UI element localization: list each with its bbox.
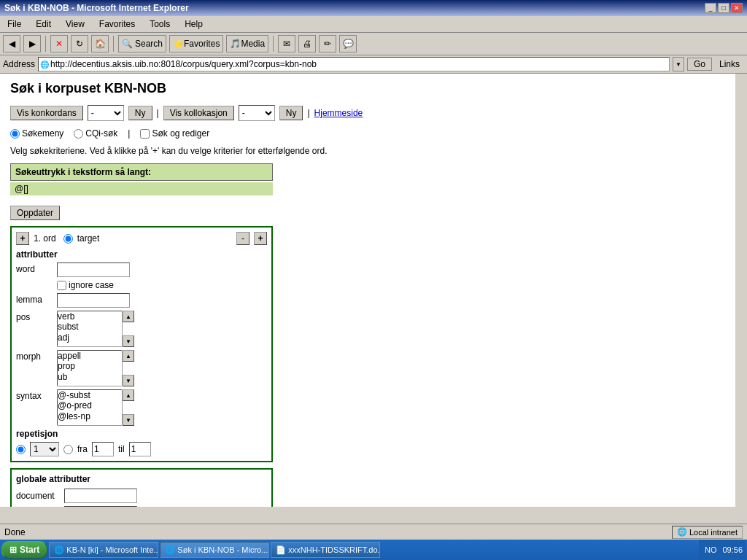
back-button[interactable]: ◀ <box>3 35 20 52</box>
refresh-button[interactable]: ↻ <box>71 35 88 52</box>
add-criteria-button[interactable]: + <box>254 232 267 245</box>
pos-arrows: ▲ ▼ <box>123 311 134 347</box>
syntax-listbox-wrap: @-subst @o-pred @les-np ▲ ▼ <box>57 389 134 426</box>
pos-listbox[interactable]: verb subst adj <box>57 311 123 347</box>
repetition-label: repetisjon <box>16 429 267 439</box>
global-attributes-box: globale attributter document class <box>10 468 273 507</box>
word-input[interactable] <box>57 262 130 277</box>
radio-cqi[interactable]: CQi-søk <box>74 128 117 139</box>
toolbar-separator-text: | <box>157 108 159 118</box>
collocation-button[interactable]: Vis kollokasjon <box>163 106 234 120</box>
concordance-button[interactable]: Vis konkordans <box>10 106 83 120</box>
mail-button[interactable]: ✉ <box>278 35 295 52</box>
pos-option-subst[interactable]: subst <box>58 322 122 332</box>
syntax-down-arrow[interactable]: ▼ <box>123 414 134 426</box>
document-row: document <box>16 489 267 503</box>
morph-row: morph appell prop ub ▲ ▼ <box>16 350 267 386</box>
ignore-case-row: ignore case <box>57 280 267 290</box>
morph-option-appell[interactable]: appell <box>58 351 122 361</box>
new2-button[interactable]: Ny <box>279 106 303 120</box>
remove-word-button[interactable]: - <box>236 232 249 245</box>
menu-file[interactable]: File <box>3 18 26 31</box>
search-expr-box: Søkeuttrykk i tekstform så langt: <box>10 163 273 181</box>
discuss-button[interactable]: 💬 <box>339 35 357 52</box>
morph-option-ub[interactable]: ub <box>58 372 122 382</box>
word-label: word <box>16 262 53 274</box>
go-button[interactable]: Go <box>687 58 712 71</box>
syntax-option-2[interactable]: @o-pred <box>58 400 122 411</box>
minimize-button[interactable]: _ <box>705 3 716 13</box>
forward-button[interactable]: ▶ <box>23 35 41 52</box>
pos-option-adj[interactable]: adj <box>58 332 122 343</box>
word-row: word <box>16 262 267 277</box>
edit-button[interactable]: ✏ <box>319 35 336 52</box>
radio-sokemeny[interactable]: Søkemeny <box>10 128 63 139</box>
class-row: class <box>16 506 267 507</box>
home-link[interactable]: Hjemmeside <box>314 108 363 118</box>
morph-option-prop[interactable]: prop <box>58 361 122 371</box>
rep-til-input[interactable] <box>129 442 151 456</box>
pos-up-arrow[interactable]: ▲ <box>123 311 134 322</box>
menu-tools[interactable]: Tools <box>145 18 174 31</box>
morph-up-arrow[interactable]: ▲ <box>123 350 134 362</box>
rep-radio-fixed[interactable] <box>16 445 26 454</box>
collocation-select[interactable]: - <box>239 105 275 121</box>
morph-listbox[interactable]: appell prop ub <box>57 350 123 386</box>
rep-fra-label: fra <box>77 444 88 454</box>
pos-listbox-wrap: verb subst adj ▲ ▼ <box>57 311 134 347</box>
menu-help[interactable]: Help <box>180 18 207 31</box>
morph-down-arrow[interactable]: ▼ <box>123 375 134 386</box>
syntax-arrows: ▲ ▼ <box>123 389 134 426</box>
favorites-button[interactable]: ⭐ Favorites <box>169 35 223 52</box>
stop-button[interactable]: ✕ <box>50 35 68 52</box>
ord-label: 1. ord <box>34 233 56 244</box>
pos-label: pos <box>16 311 53 322</box>
print-button[interactable]: 🖨 <box>298 35 316 52</box>
update-button[interactable]: Oppdater <box>10 206 60 220</box>
target-radio[interactable] <box>63 234 73 244</box>
add-word-button[interactable]: + <box>16 232 29 245</box>
rep-fra-input[interactable] <box>92 442 114 456</box>
rep-select[interactable]: 1 2 3 <box>30 442 59 456</box>
lemma-input[interactable] <box>57 293 130 308</box>
title-bar-buttons: _ □ ✕ <box>705 3 743 13</box>
close-button[interactable]: ✕ <box>731 3 743 13</box>
attributes-label: attributter <box>16 249 267 260</box>
ignore-case-checkbox[interactable] <box>57 281 66 290</box>
page-icon: 🌐 <box>40 61 49 69</box>
menu-favorites[interactable]: Favorites <box>95 18 139 31</box>
rep-til-label: til <box>118 444 125 454</box>
syntax-option-3[interactable]: @les-np <box>58 411 122 421</box>
home-button[interactable]: 🏠 <box>91 35 109 52</box>
syntax-listbox[interactable]: @-subst @o-pred @les-np <box>57 389 123 426</box>
concordance-select[interactable]: - <box>88 105 124 121</box>
main-content: Søk i korpuset KBN-NOB Vis konkordans - … <box>0 74 747 507</box>
lemma-row: lemma <box>16 293 267 308</box>
checkbox-sok-rediger[interactable]: Søk og rediger <box>140 128 209 139</box>
pos-row: pos verb subst adj ▲ ▼ <box>16 311 267 347</box>
new1-button[interactable]: Ny <box>128 106 152 120</box>
media-button[interactable]: 🎵 Media <box>226 35 268 52</box>
rep-radio-range[interactable] <box>63 445 73 454</box>
target-label: target <box>77 233 100 244</box>
syntax-label: syntax <box>16 389 53 401</box>
document-input[interactable] <box>64 489 137 503</box>
repetition-row: 1 2 3 fra til <box>16 442 267 456</box>
maximize-button[interactable]: □ <box>718 3 729 13</box>
pos-down-arrow[interactable]: ▼ <box>123 335 134 347</box>
ignore-case-label: ignore case <box>69 280 114 290</box>
search-icon[interactable]: 🔍 Search <box>118 35 166 52</box>
pos-option-verb[interactable]: verb <box>58 311 122 322</box>
title-bar: Søk i KBN-NOB - Microsoft Internet Explo… <box>0 0 747 16</box>
menu-view[interactable]: View <box>61 18 89 31</box>
syntax-option-1[interactable]: @-subst <box>58 390 122 400</box>
syntax-up-arrow[interactable]: ▲ <box>123 389 134 401</box>
address-dropdown[interactable]: ▼ <box>673 57 684 71</box>
class-input[interactable] <box>64 506 137 507</box>
instructions: Velg søkekriteriene. Ved å klikke på '+'… <box>10 146 725 156</box>
menu-edit[interactable]: Edit <box>31 18 55 31</box>
menu-bar: File Edit View Favorites Tools Help <box>0 16 747 33</box>
links-button[interactable]: Links <box>715 58 744 70</box>
criteria-header: + 1. ord target - + <box>16 232 267 245</box>
address-input[interactable] <box>50 59 667 69</box>
